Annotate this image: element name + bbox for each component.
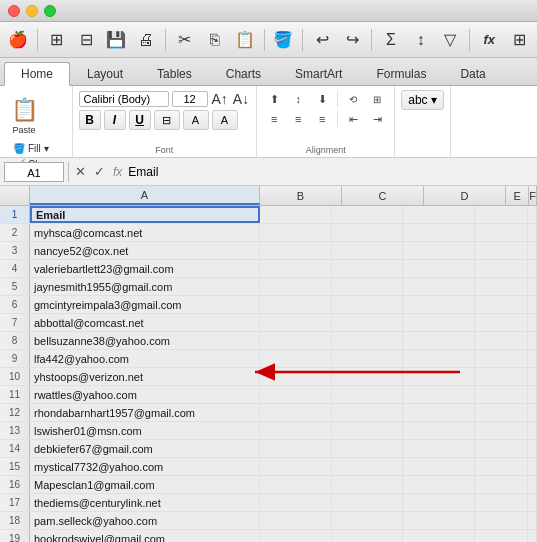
cell-c-17[interactable] <box>332 494 404 511</box>
cell-c-12[interactable] <box>332 404 404 421</box>
cell-a-6[interactable]: gmcintyreimpala3@gmail.com <box>30 296 260 313</box>
cell-d-8[interactable] <box>403 332 475 349</box>
cell-e-9[interactable] <box>475 350 528 367</box>
font-grow-icon[interactable]: A↑ <box>211 90 229 108</box>
cell-b-15[interactable] <box>260 458 332 475</box>
col-header-f[interactable]: F <box>529 186 537 205</box>
table-row[interactable]: 9 lfa442@yahoo.com <box>0 350 537 368</box>
cell-a-12[interactable]: rhondabarnhart1957@gmail.com <box>30 404 260 421</box>
table-row[interactable]: 13 lswisher01@msn.com <box>0 422 537 440</box>
table-row[interactable]: 7 abbottal@comcast.net <box>0 314 537 332</box>
cell-d-7[interactable] <box>403 314 475 331</box>
cell-b-1[interactable] <box>260 206 332 223</box>
cell-c-1[interactable] <box>332 206 404 223</box>
col-header-e[interactable]: E <box>506 186 529 205</box>
cell-c-7[interactable] <box>332 314 404 331</box>
cell-a-8[interactable]: bellsuzanne38@yahoo.com <box>30 332 260 349</box>
fill-button[interactable]: 🪣 Fill ▾ <box>8 141 66 156</box>
cell-d-1[interactable] <box>403 206 475 223</box>
cell-a-1[interactable]: Email <box>30 206 260 223</box>
cell-d-17[interactable] <box>403 494 475 511</box>
table-row[interactable]: 5 jaynesmith1955@gmail.com <box>0 278 537 296</box>
cell-a-19[interactable]: hookrodswivel@gmail.com <box>30 530 260 542</box>
italic-button[interactable]: I <box>104 110 126 130</box>
cell-f-4[interactable] <box>528 260 537 277</box>
cell-d-9[interactable] <box>403 350 475 367</box>
cell-e-12[interactable] <box>475 404 528 421</box>
cell-b-14[interactable] <box>260 440 332 457</box>
cell-b-10[interactable] <box>260 368 332 385</box>
indent-inc-button[interactable]: ⇥ <box>366 110 388 128</box>
cell-d-6[interactable] <box>403 296 475 313</box>
align-left-button[interactable]: ≡ <box>263 110 285 128</box>
tab-home[interactable]: Home <box>4 62 70 86</box>
table-row[interactable]: 6 gmcintyreimpala3@gmail.com <box>0 296 537 314</box>
cell-f-19[interactable] <box>528 530 537 542</box>
cell-c-4[interactable] <box>332 260 404 277</box>
cell-f-18[interactable] <box>528 512 537 529</box>
cut-icon[interactable]: ✂ <box>171 26 199 54</box>
cell-e-15[interactable] <box>475 458 528 475</box>
cell-c-2[interactable] <box>332 224 404 241</box>
table-row[interactable]: 4 valeriebartlett23@gmail.com <box>0 260 537 278</box>
gallery-icon[interactable]: ⊞ <box>505 26 533 54</box>
align-right-button[interactable]: ≡ <box>311 110 333 128</box>
cell-a-17[interactable]: thediems@centurylink.net <box>30 494 260 511</box>
cell-d-14[interactable] <box>403 440 475 457</box>
cell-b-13[interactable] <box>260 422 332 439</box>
sum-icon[interactable]: Σ <box>377 26 405 54</box>
cell-reference-box[interactable]: A1 <box>4 162 64 182</box>
cell-a-18[interactable]: pam.selleck@yahoo.com <box>30 512 260 529</box>
table-row[interactable]: 18 pam.selleck@yahoo.com <box>0 512 537 530</box>
columns-icon[interactable]: ⊟ <box>73 26 101 54</box>
cell-f-17[interactable] <box>528 494 537 511</box>
cell-e-14[interactable] <box>475 440 528 457</box>
cell-d-19[interactable] <box>403 530 475 542</box>
col-header-c[interactable]: C <box>342 186 424 205</box>
table-row[interactable]: 17 thediems@centurylink.net <box>0 494 537 512</box>
new-icon[interactable]: 🍎 <box>4 26 32 54</box>
table-row[interactable]: 3 nancye52@cox.net <box>0 242 537 260</box>
cell-a-2[interactable]: myhsca@comcast.net <box>30 224 260 241</box>
cell-f-6[interactable] <box>528 296 537 313</box>
cell-d-15[interactable] <box>403 458 475 475</box>
table-row[interactable]: 8 bellsuzanne38@yahoo.com <box>0 332 537 350</box>
cell-a-13[interactable]: lswisher01@msn.com <box>30 422 260 439</box>
cell-d-5[interactable] <box>403 278 475 295</box>
cell-b-5[interactable] <box>260 278 332 295</box>
table-row[interactable]: 10 yhstoops@verizon.net <box>0 368 537 386</box>
cell-b-6[interactable] <box>260 296 332 313</box>
tab-formulas[interactable]: Formulas <box>359 62 443 85</box>
cancel-formula-icon[interactable]: ✕ <box>73 164 88 179</box>
cell-d-11[interactable] <box>403 386 475 403</box>
align-center-button[interactable]: ≡ <box>287 110 309 128</box>
cell-f-15[interactable] <box>528 458 537 475</box>
cell-b-2[interactable] <box>260 224 332 241</box>
function-icon[interactable]: fx <box>475 26 503 54</box>
cell-b-9[interactable] <box>260 350 332 367</box>
table-row[interactable]: 15 mystical7732@yahoo.com <box>0 458 537 476</box>
cell-e-2[interactable] <box>475 224 528 241</box>
paste-icon[interactable]: 📋 <box>231 26 259 54</box>
cell-a-16[interactable]: Mapesclan1@gmail.com <box>30 476 260 493</box>
underline-button[interactable]: U <box>129 110 151 130</box>
minimize-button[interactable] <box>26 5 38 17</box>
cell-c-11[interactable] <box>332 386 404 403</box>
cell-c-13[interactable] <box>332 422 404 439</box>
table-row[interactable]: 14 debkiefer67@gmail.com <box>0 440 537 458</box>
paint-icon[interactable]: 🪣 <box>270 26 298 54</box>
tab-tables[interactable]: Tables <box>140 62 209 85</box>
print-icon[interactable]: 🖨 <box>132 26 160 54</box>
cell-f-1[interactable] <box>528 206 537 223</box>
col-header-b[interactable]: B <box>260 186 342 205</box>
font-name-input[interactable] <box>79 91 169 107</box>
cell-f-9[interactable] <box>528 350 537 367</box>
redo-icon[interactable]: ↪ <box>338 26 366 54</box>
table-row[interactable]: 19 hookrodswivel@gmail.com <box>0 530 537 542</box>
cell-c-14[interactable] <box>332 440 404 457</box>
cell-b-4[interactable] <box>260 260 332 277</box>
cell-f-14[interactable] <box>528 440 537 457</box>
formula-input[interactable] <box>128 162 533 182</box>
tab-layout[interactable]: Layout <box>70 62 140 85</box>
cell-e-13[interactable] <box>475 422 528 439</box>
